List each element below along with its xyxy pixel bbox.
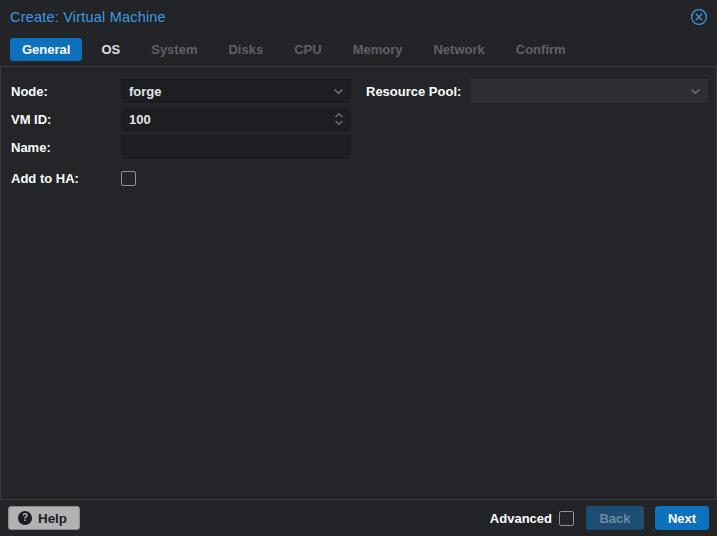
node-label: Node:: [11, 84, 121, 99]
vmid-row: VM ID: 100: [11, 107, 351, 131]
dialog-title: Create: Virtual Machine: [10, 9, 166, 25]
tab-confirm: Confirm: [504, 38, 578, 61]
tab-os[interactable]: OS: [89, 38, 132, 61]
dialog-titlebar: Create: Virtual Machine: [0, 0, 717, 33]
name-row: Name:: [11, 135, 351, 159]
help-button[interactable]: ? Help: [8, 506, 80, 530]
question-circle-icon: ?: [18, 511, 32, 525]
next-button[interactable]: Next: [655, 506, 709, 530]
tab-memory: Memory: [341, 38, 415, 61]
advanced-label: Advanced: [490, 511, 552, 526]
resource-pool-label: Resource Pool:: [366, 84, 471, 99]
wizard-tab-bar: General OS System Disks CPU Memory Netwo…: [10, 36, 707, 63]
close-icon[interactable]: [690, 8, 708, 26]
vmid-spinner-field[interactable]: 100: [121, 107, 351, 131]
tab-disks: Disks: [216, 38, 275, 61]
name-input[interactable]: [121, 135, 351, 159]
resource-pool-combo[interactable]: [471, 79, 708, 103]
advanced-checkbox[interactable]: [559, 511, 574, 526]
node-row: Node: forge: [11, 79, 351, 103]
form-right-column: Resource Pool:: [366, 79, 708, 107]
dialog-footer: ? Help Advanced Back Next: [0, 500, 717, 536]
tab-cpu: CPU: [282, 38, 333, 61]
advanced-toggle-group: Advanced: [490, 511, 574, 526]
tab-network: Network: [421, 38, 496, 61]
name-label: Name:: [11, 140, 121, 155]
add-to-ha-label: Add to HA:: [11, 171, 121, 186]
add-to-ha-row: Add to HA:: [11, 166, 351, 190]
add-to-ha-checkbox[interactable]: [121, 171, 136, 186]
vmid-label: VM ID:: [11, 112, 121, 127]
node-value: forge: [129, 84, 162, 99]
back-button[interactable]: Back: [586, 506, 644, 530]
resource-pool-row: Resource Pool:: [366, 79, 708, 103]
node-combo[interactable]: forge: [121, 79, 351, 103]
tab-general[interactable]: General: [10, 38, 82, 61]
chevron-down-icon[interactable]: [690, 79, 701, 103]
form-left-column: Node: forge VM ID: 100: [11, 79, 351, 194]
help-button-label: Help: [38, 511, 67, 526]
vmid-value: 100: [129, 112, 151, 127]
create-vm-dialog: Create: Virtual Machine General OS Syste…: [0, 0, 717, 536]
chevron-down-icon[interactable]: [333, 79, 344, 103]
up-down-spinner-icon[interactable]: [334, 107, 344, 131]
tab-system: System: [139, 38, 209, 61]
general-form-panel: Node: forge VM ID: 100: [0, 66, 717, 500]
